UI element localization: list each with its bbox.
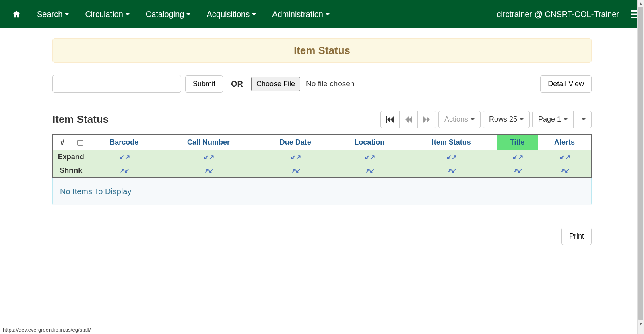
col-call-number[interactable]: Call Number <box>159 135 258 150</box>
detail-view-button[interactable]: Detail View <box>540 75 592 93</box>
page-label: Page 1 <box>538 115 561 124</box>
actions-dropdown[interactable]: Actions <box>439 111 480 128</box>
nav-left: Search Circulation Cataloging Acquisitio… <box>4 0 338 28</box>
col-location[interactable]: Location <box>333 135 406 150</box>
shrink-icon: ↗↙ <box>560 167 569 174</box>
barcode-input[interactable] <box>52 75 181 93</box>
shrink-cell[interactable]: ↗↙ <box>333 164 406 178</box>
shrink-icon: ↗↙ <box>513 167 522 174</box>
shrink-icon: ↗↙ <box>291 167 300 174</box>
chevron-down-icon <box>65 13 69 15</box>
col-select-all[interactable] <box>72 135 89 150</box>
page-dropdown[interactable]: Page 1 <box>533 111 574 128</box>
shrink-cell[interactable]: ↗↙ <box>159 164 258 178</box>
chevron-down-icon <box>564 118 568 120</box>
chevron-down-icon <box>471 118 475 120</box>
nav-label: Cataloging <box>146 10 184 19</box>
shrink-cell[interactable]: ↗↙ <box>538 164 591 178</box>
chevron-down-icon <box>252 13 256 15</box>
shrink-cell[interactable]: ↗↙ <box>89 164 159 178</box>
grid: # Barcode Call Number Due Date Location … <box>52 134 592 205</box>
scrollbar[interactable]: ▲ ▼ <box>637 0 644 245</box>
expand-cell[interactable]: ↙ ↗ <box>497 150 538 164</box>
shrink-cell[interactable]: ↗↙ <box>406 164 497 178</box>
actions-label: Actions <box>444 115 468 124</box>
file-status: No file chosen <box>306 79 354 88</box>
user-label[interactable]: circtrainer @ CNSRT-COL-Trainer <box>497 10 619 19</box>
chevron-down-icon <box>126 13 130 15</box>
header-row: # Barcode Call Number Due Date Location … <box>53 135 591 150</box>
section-header: Item Status Actions Rows 25 Page 1 <box>52 111 592 128</box>
nav-right: circtrainer @ CNSRT-COL-Trainer <box>497 10 640 19</box>
expand-cell[interactable]: ↙ ↗ <box>538 150 591 164</box>
col-num[interactable]: # <box>53 135 72 150</box>
nav-search[interactable]: Search <box>29 0 77 28</box>
col-title[interactable]: Title <box>497 135 538 150</box>
shrink-label: Shrink <box>53 164 89 178</box>
expand-icon: ↙ ↗ <box>291 154 300 160</box>
rows-label: Rows 25 <box>489 115 517 124</box>
input-row: Submit OR Choose File No file chosen Det… <box>52 75 592 93</box>
shrink-cell[interactable]: ↗↙ <box>258 164 333 178</box>
expand-row: Expand ↙ ↗ ↙ ↗ ↙ ↗ ↙ ↗ ↙ ↗ ↙ ↗ ↙ ↗ <box>53 150 591 164</box>
nav-administration[interactable]: Administration <box>264 0 338 28</box>
page-title: Item Status <box>52 38 592 63</box>
col-alerts[interactable]: Alerts <box>538 135 591 150</box>
expand-icon: ↙ ↗ <box>204 154 213 160</box>
chevron-down-icon <box>520 118 524 120</box>
nav-label: Circulation <box>85 10 123 19</box>
section-title: Item Status <box>52 113 109 126</box>
scroll-up-icon[interactable]: ▲ <box>638 0 644 7</box>
nav-circulation[interactable]: Circulation <box>77 0 137 28</box>
print-button[interactable]: Print <box>561 228 592 245</box>
expand-icon: ↙ ↗ <box>559 154 569 160</box>
home-icon[interactable] <box>4 0 29 28</box>
expand-cell[interactable]: ↙ ↗ <box>333 150 406 164</box>
nav-label: Acquisitions <box>206 10 250 19</box>
or-label: OR <box>231 79 243 89</box>
page-next-button[interactable] <box>418 111 436 128</box>
grid-toolbar: Actions Rows 25 Page 1 <box>378 111 592 128</box>
shrink-row: Shrink ↗↙ ↗↙ ↗↙ ↗↙ ↗↙ ↗↙ ↗↙ <box>53 164 591 178</box>
nav-cataloging[interactable]: Cataloging <box>138 0 199 28</box>
col-due-date[interactable]: Due Date <box>258 135 333 150</box>
expand-cell[interactable]: ↙ ↗ <box>89 150 159 164</box>
page-first-button[interactable] <box>381 111 400 128</box>
shrink-cell[interactable]: ↗↙ <box>497 164 538 178</box>
nav-acquisitions[interactable]: Acquisitions <box>198 0 264 28</box>
rows-dropdown[interactable]: Rows 25 <box>483 111 529 128</box>
expand-icon: ↙ ↗ <box>446 154 456 160</box>
navbar: Search Circulation Cataloging Acquisitio… <box>0 0 644 28</box>
empty-message: No Items To Display <box>52 178 592 205</box>
expand-cell[interactable]: ↙ ↗ <box>406 150 497 164</box>
submit-button[interactable]: Submit <box>185 75 223 93</box>
expand-icon: ↙ ↗ <box>119 154 129 160</box>
choose-file-button[interactable]: Choose File <box>251 77 300 91</box>
chevron-down-icon <box>326 13 330 15</box>
nav-label: Administration <box>272 10 323 19</box>
scroll-thumb[interactable] <box>638 7 643 245</box>
chevron-down-icon <box>186 13 190 15</box>
shrink-icon: ↗↙ <box>365 167 374 174</box>
expand-label: Expand <box>53 150 89 164</box>
checkbox-icon[interactable] <box>77 140 83 146</box>
print-row: Print <box>52 228 592 245</box>
col-item-status[interactable]: Item Status <box>406 135 497 150</box>
nav-label: Search <box>37 10 62 19</box>
expand-cell[interactable]: ↙ ↗ <box>258 150 333 164</box>
page-prev-button[interactable] <box>400 111 418 128</box>
shrink-icon: ↗↙ <box>120 167 128 174</box>
expand-icon: ↙ ↗ <box>365 154 374 160</box>
shrink-icon: ↗↙ <box>204 167 213 174</box>
settings-dropdown[interactable] <box>574 111 591 128</box>
col-barcode[interactable]: Barcode <box>89 135 159 150</box>
expand-icon: ↙ ↗ <box>512 154 522 160</box>
chevron-down-icon <box>582 118 586 120</box>
shrink-icon: ↗↙ <box>447 167 456 174</box>
expand-cell[interactable]: ↙ ↗ <box>159 150 258 164</box>
